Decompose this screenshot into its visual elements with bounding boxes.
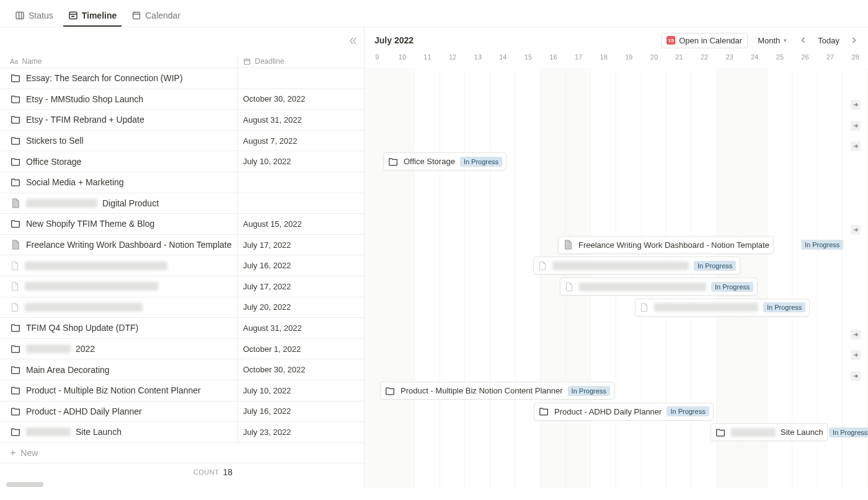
- column-header-deadline[interactable]: Deadline: [237, 55, 364, 68]
- table-row[interactable]: Product - ADHD Daily PlannerJuly 16, 202…: [0, 401, 364, 423]
- table-row[interactable]: Office StorageJuly 10, 2022: [0, 151, 364, 172]
- timeline-bar[interactable]: Product - ADHD Daily PlannerIn Progress: [534, 403, 714, 421]
- date-col: 13: [465, 51, 490, 64]
- table-row[interactable]: Etsy - TFIM Rebrand + UpdateAugust 31, 2…: [0, 110, 364, 131]
- offscreen-right-indicator[interactable]: [851, 100, 861, 110]
- date-col: 28: [843, 51, 868, 64]
- calendar-icon: [243, 58, 251, 66]
- date-col: 23: [717, 51, 742, 64]
- tab-calendar[interactable]: Calendar: [126, 7, 185, 27]
- cell-name: Digital Product: [0, 193, 237, 214]
- bar-label: Freelance Writing Work Dashboard - Notio…: [578, 240, 769, 250]
- offscreen-right-indicator[interactable]: [851, 330, 861, 340]
- next-period-button[interactable]: [847, 33, 861, 48]
- table-row[interactable]: Essay: The Search for Connection (WIP): [0, 68, 364, 89]
- column-header-name[interactable]: Aa Name: [0, 55, 237, 68]
- cell-name: TFIM Q4 Shop Update (DTF): [0, 318, 237, 338]
- date-col: 18: [591, 51, 616, 64]
- tab-status-label: Status: [29, 11, 53, 20]
- row-name: New Shopify TFIM Theme & Blog: [26, 219, 154, 229]
- cell-name: 2022: [0, 339, 237, 359]
- bar-label: Office Storage: [404, 157, 455, 166]
- row-name: Essay: The Search for Connection (WIP): [26, 73, 183, 83]
- date-col: 16: [541, 51, 566, 64]
- date-col: 27: [818, 51, 843, 64]
- cell-name: [0, 255, 237, 276]
- date-col: 12: [440, 51, 466, 64]
- table-row[interactable]: July 20, 2022: [0, 297, 364, 318]
- today-button[interactable]: Today: [813, 33, 844, 48]
- status-badge: In Progress: [763, 302, 805, 312]
- row-name: Freelance Writing Work Dashboard - Notio…: [26, 240, 231, 250]
- timeline-bar[interactable]: Site Launch: [711, 423, 828, 441]
- table-row[interactable]: July 16, 2022: [0, 255, 364, 276]
- table-row[interactable]: Product - Multiple Biz Notion Content Pl…: [0, 380, 364, 401]
- bar-label: Site Launch: [781, 428, 823, 437]
- chevron-down-icon: ▾: [784, 37, 787, 43]
- board-icon: [15, 11, 25, 20]
- status-badge: In Progress: [694, 261, 736, 271]
- collapse-left-pane-icon[interactable]: [348, 36, 358, 48]
- calendar-icon: [131, 11, 141, 20]
- cell-deadline: July 10, 2022: [237, 151, 364, 172]
- table-row[interactable]: Etsy - MMStudio Shop LaunchOctober 30, 2…: [0, 89, 364, 110]
- row-name: TFIM Q4 Shop Update (DTF): [26, 323, 138, 333]
- tab-calendar-label: Calendar: [145, 11, 180, 20]
- status-badge: In Progress: [829, 428, 868, 437]
- timeline-bar[interactable]: Product - Multiple Biz Notion Content Pl…: [380, 382, 614, 400]
- row-name: 2022: [76, 344, 95, 354]
- cell-name: Site Launch: [0, 422, 237, 442]
- timeline-bar[interactable]: Freelance Writing Work Dashboard - Notio…: [558, 236, 774, 254]
- date-col: 21: [666, 51, 692, 64]
- date-col: 26: [792, 51, 818, 64]
- cell-deadline: July 20, 2022: [237, 297, 364, 318]
- table-row[interactable]: Site LaunchJuly 23, 2022: [0, 422, 364, 443]
- date-col: 17: [566, 51, 591, 64]
- offscreen-right-indicator[interactable]: [851, 121, 861, 131]
- cell-deadline: July 23, 2022: [237, 422, 364, 442]
- offscreen-right-indicator[interactable]: [851, 141, 861, 151]
- granularity-select[interactable]: Month ▾: [753, 33, 792, 48]
- timeline-bar[interactable]: In Progress: [533, 257, 740, 274]
- status-badge: In Progress: [666, 406, 709, 416]
- timeline-bar[interactable]: Office StorageIn Progress: [383, 152, 507, 170]
- date-col: 10: [390, 51, 415, 64]
- cell-name: Freelance Writing Work Dashboard - Notio…: [0, 235, 237, 255]
- table-row[interactable]: Stickers to SellAugust 7, 2022: [0, 131, 364, 152]
- table-row[interactable]: Social Media + Marketing: [0, 172, 364, 193]
- svg-rect-3: [69, 12, 77, 19]
- table-row[interactable]: 2022October 1, 2022: [0, 339, 364, 360]
- table-row[interactable]: TFIM Q4 Shop Update (DTF)August 31, 2022: [0, 318, 364, 339]
- row-name: Product - ADHD Daily Planner: [26, 406, 142, 416]
- calendar-app-icon: 15: [666, 36, 675, 45]
- table-row[interactable]: Freelance Writing Work Dashboard - Notio…: [0, 235, 364, 256]
- offscreen-right-indicator[interactable]: [851, 371, 861, 381]
- prev-period-button[interactable]: [797, 33, 810, 48]
- open-in-calendar-button[interactable]: 15 Open in Calendar: [661, 33, 748, 48]
- row-name: Product - Multiple Biz Notion Content Pl…: [26, 385, 201, 395]
- date-col: 9: [365, 51, 390, 64]
- tab-status[interactable]: Status: [10, 7, 58, 27]
- table-row[interactable]: Digital Product: [0, 193, 364, 214]
- status-badge: In Progress: [568, 386, 610, 396]
- table-row[interactable]: New Shopify TFIM Theme & BlogAugust 15, …: [0, 214, 364, 235]
- cell-name: Product - ADHD Daily Planner: [0, 401, 237, 422]
- row-name: Etsy - MMStudio Shop Launch: [26, 94, 143, 104]
- tab-timeline-label: Timeline: [82, 11, 117, 20]
- timeline-bar[interactable]: In Progress: [635, 299, 810, 317]
- status-badge: In Progress: [711, 282, 753, 292]
- new-row-button[interactable]: + New: [0, 443, 364, 463]
- table-row[interactable]: Main Area DecoratingOctober 30, 2022: [0, 359, 364, 380]
- date-col: 14: [490, 51, 516, 64]
- timeline-bar[interactable]: In Progress: [560, 278, 758, 296]
- cell-deadline: [237, 68, 364, 89]
- svg-rect-0: [16, 12, 24, 19]
- cell-name: Product - Multiple Biz Notion Content Pl…: [0, 380, 237, 401]
- row-name: Site Launch: [76, 427, 122, 437]
- date-col: 19: [616, 51, 642, 64]
- cell-name: [0, 276, 237, 297]
- offscreen-right-indicator[interactable]: [851, 225, 861, 235]
- table-row[interactable]: July 17, 2022: [0, 276, 364, 297]
- tab-timeline[interactable]: Timeline: [63, 7, 122, 27]
- offscreen-right-indicator[interactable]: [851, 350, 861, 360]
